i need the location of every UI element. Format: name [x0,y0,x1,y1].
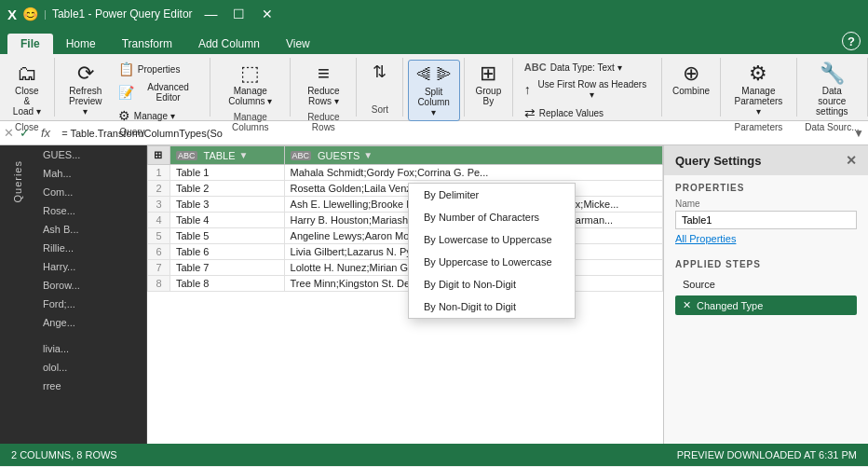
formula-confirm-icon[interactable]: ✓ [20,126,30,140]
data-grid-container: ⊞ ABC TABLE ▼ ABC GUESTS ▼ [147,145,663,444]
row-num-2: 3 [148,197,170,213]
window-title: Table1 - Power Query Editor [52,7,193,21]
window-controls: — ☐ ✕ [198,4,280,24]
combine-button[interactable]: ⊕ Combine [666,60,716,100]
ribbon-group-data-type: ABC Data Type: Text ▾ ↑ Use First Row as… [513,58,662,117]
table-row-7: 8 Table 8 Tree Minn;Kingston St. Denis;D… [148,276,663,292]
guests-col-header[interactable]: ABC GUESTS ▼ [284,146,662,165]
sort-group-label: Sort [372,104,388,115]
parameters-content: ⚙ ManageParameters ▾ [726,60,791,120]
table-row-2: 3 Table 3 Ash E. Llewelling;Brooke Karls… [148,197,663,213]
by-delimiter-item[interactable]: By Delimiter [409,184,575,206]
query-item-3[interactable]: Rose... [35,201,146,220]
guests-cell-0: Mahala Schmidt;Gordy Fox;Corrina G. Pe..… [284,165,662,181]
tab-transform[interactable]: Transform [109,34,185,54]
table-cell-4: Table 5 [170,228,285,244]
query-item-7[interactable]: Borow... [35,276,146,295]
group-by-content: ⊞ GroupBy [468,60,508,113]
by-lower-upper-item[interactable]: By Lowercase to Uppercase [409,228,575,251]
replace-values-icon: ⇄ [524,106,536,119]
ribbon-tab-bar: File Home Transform Add Column View ? [0,28,868,54]
row-num-header: ⊞ [148,146,170,165]
refresh-preview-button[interactable]: ⟳ RefreshPreview ▾ [61,60,111,120]
parameters-label: ManageParameters ▾ [733,86,784,117]
group-by-button[interactable]: ⊞ GroupBy [468,60,508,110]
group-by-label: GroupBy [475,86,501,106]
ribbon-group-query: ⟳ RefreshPreview ▾ 📋 Properties 📝 Advanc… [55,58,211,117]
ribbon-group-manage-cols: ⬚ ManageColumns ▾ Manage Columns [210,58,291,117]
replace-values-label: Replace Values [539,108,604,118]
table-col-header[interactable]: ABC TABLE ▼ [170,146,285,165]
manage-parameters-button[interactable]: ⚙ ManageParameters ▾ [726,60,791,120]
refresh-label: RefreshPreview ▾ [67,86,104,117]
manage-columns-button[interactable]: ⬚ ManageColumns ▾ [222,60,278,110]
query-small-group: 📋 Properties 📝 Advanced Editor ⚙ Manage … [113,60,204,125]
formula-bar-input[interactable] [61,128,848,139]
query-item-13[interactable]: rree [35,377,146,395]
qs-name-input[interactable] [675,211,857,229]
data-source-settings-button[interactable]: 🔧 Data sourcesettings [803,60,861,120]
qs-all-properties-link[interactable]: All Properties [675,233,857,244]
guests-type-badge: ABC [291,151,312,160]
use-first-row-label: Use First Row as Headers ▾ [535,79,650,100]
advanced-editor-button[interactable]: 📝 Advanced Editor [113,79,204,105]
ribbon-group-sort: ⇅ Sort [357,58,403,117]
query-item-8[interactable]: Ford;... [35,295,146,313]
tab-home[interactable]: Home [53,34,109,54]
guests-col-arrow[interactable]: ▼ [363,150,373,160]
query-item-10[interactable] [35,332,146,339]
tab-file[interactable]: File [7,34,53,54]
table-cell-3: Table 4 [170,213,285,228]
close-button[interactable]: ✕ [254,4,280,24]
by-nondigit-digit-item[interactable]: By Non-Digit to Digit [409,295,575,318]
queries-label: Queries [12,160,23,203]
by-digit-nondigit-item[interactable]: By Digit to Non-Digit [409,273,575,295]
qs-step-source-label: Source [683,279,715,290]
sort-button[interactable]: ⇅ [363,60,397,86]
qs-applied-steps-title: APPLIED STEPS [675,259,857,269]
manage-button[interactable]: ⚙ Manage ▾ [113,106,204,125]
minimize-button[interactable]: — [198,4,224,24]
table-cell-6: Table 7 [170,260,285,276]
use-first-row-button[interactable]: ↑ Use First Row as Headers ▾ [519,76,656,103]
by-number-chars-item[interactable]: By Number of Characters [409,206,575,228]
help-button[interactable]: ? [842,32,861,50]
reduce-rows-button[interactable]: ≡ ReduceRows ▾ [301,60,346,110]
manage-label: Manage ▾ [134,111,175,121]
query-item-9[interactable]: Ange... [35,313,146,332]
query-item-4[interactable]: Ash B... [35,220,146,239]
query-item-12[interactable]: olol... [35,358,146,377]
table-col-arrow[interactable]: ▼ [239,150,249,160]
qs-step-changed-type[interactable]: ✕ Changed Type [675,295,857,315]
tab-add-column[interactable]: Add Column [185,34,273,54]
qs-close-button[interactable]: ✕ [846,153,857,168]
replace-values-button[interactable]: ⇄ Replace Values [519,103,656,122]
row-num-4: 5 [148,228,170,244]
close-load-button[interactable]: 🗂 Close &Load ▾ [6,60,48,120]
query-item-0[interactable]: GUES... [35,145,146,164]
qs-step-source[interactable]: Source [675,275,857,294]
formula-cancel-icon[interactable]: ✕ [4,126,14,140]
split-column-button[interactable]: ⫷ ⫸ SplitColumn ▾ [408,60,460,121]
ribbon-group-data-source: 🔧 Data sourcesettings Data Sourc... [797,58,868,117]
query-item-1[interactable]: Mah... [35,164,146,183]
data-source-icon: 🔧 [820,63,845,84]
qs-step-x-icon: ✕ [683,299,691,311]
by-upper-lower-item[interactable]: By Uppercase to Lowercase [409,251,575,273]
ribbon-group-split-column: ⫷ ⫸ SplitColumn ▾ [403,58,464,117]
ribbon-group-parameters: ⚙ ManageParameters ▾ Parameters [721,58,797,117]
query-item-2[interactable]: Com... [35,183,146,201]
close-load-content: 🗂 Close &Load ▾ [6,60,48,120]
query-item-5[interactable]: Rillie... [35,239,146,257]
query-item-11[interactable]: livia... [35,339,146,358]
properties-button[interactable]: 📋 Properties [113,60,204,78]
query-item-6[interactable]: Harry... [35,257,146,276]
queries-list: GUES... Mah... Com... Rose... Ash B... R… [35,145,147,444]
manage-icon: ⚙ [118,109,130,122]
data-type-icon: ABC [524,62,547,73]
combine-label: Combine [672,86,710,96]
formula-expand-icon[interactable]: ▼ [853,127,864,140]
tab-view[interactable]: View [273,34,323,54]
data-type-button[interactable]: ABC Data Type: Text ▾ [519,60,656,76]
maximize-button[interactable]: ☐ [226,4,252,24]
